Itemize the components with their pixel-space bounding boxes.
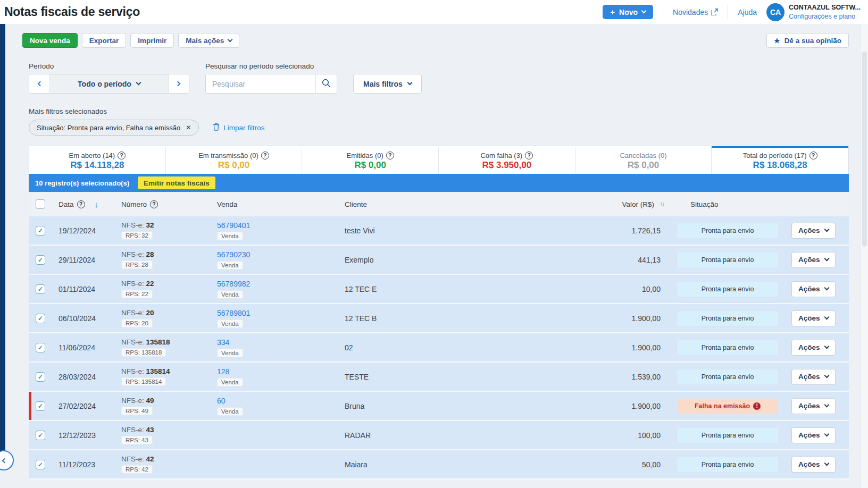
account-menu[interactable]: CA CONTAAZUL SOFTW... Configurações e pl…	[766, 3, 861, 21]
status-badge: Pronta para envio	[677, 457, 778, 472]
summary-tab-2[interactable]: Emitidas (0)?R$ 0,00	[302, 146, 439, 174]
filter-chip[interactable]: Situação: Pronta para envio, Falha na em…	[29, 120, 199, 136]
nfse-number: NFS-e: 49	[121, 397, 217, 405]
period-dropdown[interactable]: Todo o período	[49, 74, 169, 93]
period-next-button[interactable]	[169, 74, 189, 93]
acoes-button[interactable]: Ações	[791, 369, 836, 385]
row-checkbox[interactable]: ✓	[36, 226, 45, 235]
row-valor: 1.900,00	[584, 343, 664, 352]
header-actions: + Novo Novidades Ajuda CA CONTAAZUL SOFT…	[603, 3, 861, 21]
acoes-button[interactable]: Ações	[791, 398, 836, 414]
venda-link[interactable]: 334	[217, 338, 229, 347]
selection-count: 10 registro(s) selecionado(s)	[35, 179, 129, 187]
avatar[interactable]: CA	[766, 3, 784, 21]
help-icon[interactable]: ?	[77, 200, 85, 208]
row-cliente: 12 TEC E	[345, 285, 584, 293]
row-venda: 56789982Venda	[217, 280, 345, 299]
period-filter: Período Todo o período	[29, 62, 189, 94]
table-row: ✓12/12/2023NFS-e: 43RPS: 43RADAR100,00Pr…	[29, 421, 849, 450]
row-venda: 56790401Venda	[217, 221, 345, 240]
novo-button[interactable]: + Novo	[603, 5, 653, 19]
row-checkbox[interactable]: ✓	[36, 255, 45, 265]
acoes-button[interactable]: Ações	[791, 427, 836, 443]
mais-acoes-label: Mais ações	[186, 37, 224, 45]
search-input[interactable]	[206, 74, 315, 93]
limpar-filtros-link[interactable]: Limpar filtros	[213, 123, 264, 132]
col-data-label: Data	[59, 200, 74, 208]
help-icon[interactable]: ?	[386, 152, 394, 159]
acoes-button[interactable]: Ações	[791, 223, 836, 239]
help-icon[interactable]: ?	[525, 152, 533, 159]
help-icon[interactable]: ?	[118, 152, 126, 159]
help-icon[interactable]: ?	[809, 152, 817, 159]
summary-tab-value: R$ 0,00	[575, 160, 712, 171]
select-all-checkbox[interactable]	[36, 199, 45, 209]
row-checkbox[interactable]: ✓	[36, 372, 45, 382]
table-row: ✓27/02/2024NFS-e: 49RPS: 4960VendaBruna1…	[29, 392, 849, 421]
row-date: 27/02/2024	[59, 402, 121, 410]
plus-icon: +	[610, 7, 615, 16]
row-checkbox[interactable]: ✓	[36, 284, 45, 294]
feedback-button[interactable]: ★ Dê a sua opinião	[766, 33, 849, 48]
venda-link[interactable]: 60	[217, 397, 226, 405]
venda-link[interactable]: 56789801	[217, 309, 250, 317]
emitir-notas-button[interactable]: Emitir notas fiscais	[138, 176, 215, 189]
acoes-button[interactable]: Ações	[791, 281, 836, 297]
novidades-label: Novidades	[673, 8, 708, 16]
nfse-prefix: NFS-e:	[121, 250, 146, 258]
mais-acoes-button[interactable]: Mais ações	[178, 33, 239, 48]
summary-tab-4[interactable]: Canceladas (0)R$ 0,00	[575, 146, 712, 174]
summary-tabs: Em aberto (14)?R$ 14.118,28Em transmissã…	[29, 146, 849, 174]
filter-chip-label: Situação: Pronta para envio, Falha na em…	[37, 124, 180, 132]
help-icon[interactable]: ?	[261, 152, 269, 159]
summary-tab-5[interactable]: Total do período (17)?R$ 18.068,28	[712, 146, 848, 174]
row-checkbox[interactable]: ✓	[36, 401, 45, 411]
venda-link[interactable]: 56789982	[217, 280, 250, 288]
row-actions: Ações	[791, 369, 849, 385]
search-button[interactable]	[315, 74, 337, 93]
exportar-button[interactable]: Exportar	[82, 33, 127, 48]
scrollbar-thumb[interactable]	[862, 52, 867, 247]
rps-badge: RPS: 135818	[121, 348, 166, 357]
nfse-number: NFS-e: 20	[121, 309, 217, 317]
sort-desc-icon[interactable]: ↓	[95, 200, 99, 209]
nova-venda-button[interactable]: Nova venda	[22, 33, 78, 48]
scrollbar[interactable]	[861, 24, 868, 488]
venda-link[interactable]: 128	[217, 367, 229, 376]
row-date: 12/12/2023	[59, 431, 121, 440]
nfse-value: 22	[146, 280, 154, 288]
row-checkbox[interactable]: ✓	[36, 314, 45, 323]
period-prev-button[interactable]	[29, 74, 49, 93]
acoes-label: Ações	[798, 314, 820, 322]
venda-link[interactable]: 56790401	[217, 221, 250, 230]
row-checkbox-cell: ✓	[29, 460, 59, 469]
nfse-prefix: NFS-e:	[121, 280, 146, 288]
table-row: ✓19/12/2024NFS-e: 32RPS: 3256790401Venda…	[29, 216, 849, 246]
novidades-link[interactable]: Novidades	[673, 8, 718, 16]
summary-tab-0[interactable]: Em aberto (14)?R$ 14.118,28	[29, 146, 166, 174]
account-settings-link[interactable]: Configurações e plano	[789, 13, 855, 20]
nfse-number: NFS-e: 43	[121, 426, 217, 434]
sort-icon[interactable]: ↑↓	[660, 200, 664, 208]
chevron-down-icon	[407, 80, 412, 86]
period-label: Período	[29, 62, 189, 70]
col-venda-label: Venda	[217, 200, 237, 208]
acoes-button[interactable]: Ações	[791, 252, 836, 268]
summary-tab-3[interactable]: Com falha (3)?R$ 3.950,00	[439, 146, 575, 174]
row-checkbox[interactable]: ✓	[36, 431, 45, 440]
summary-tab-label: Com falha (3)?	[439, 152, 575, 159]
alert-icon[interactable]: !	[753, 402, 761, 410]
help-icon[interactable]: ?	[150, 200, 158, 208]
status-badge: Pronta para envio	[677, 369, 778, 384]
row-checkbox[interactable]: ✓	[36, 343, 45, 352]
summary-tab-1[interactable]: Em transmissão (0)?R$ 0,00	[166, 146, 303, 174]
imprimir-button[interactable]: Imprimir	[130, 33, 174, 48]
acoes-button[interactable]: Ações	[791, 310, 836, 326]
acoes-button[interactable]: Ações	[791, 457, 836, 473]
row-checkbox[interactable]: ✓	[36, 460, 45, 469]
acoes-button[interactable]: Ações	[791, 340, 836, 356]
close-icon[interactable]: ✕	[186, 124, 191, 131]
ajuda-link[interactable]: Ajuda	[738, 8, 757, 16]
venda-link[interactable]: 56790230	[217, 250, 250, 259]
mais-filtros-button[interactable]: Mais filtros	[353, 74, 422, 94]
